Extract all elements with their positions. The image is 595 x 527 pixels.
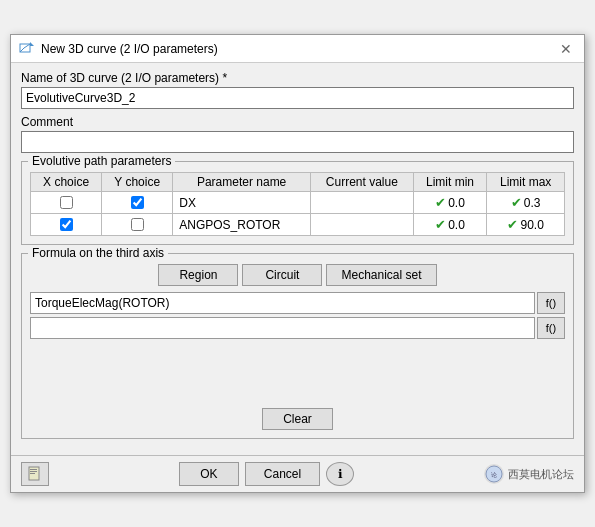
formula-empty-area: [30, 342, 565, 402]
col-header-currentval: Current value: [311, 173, 414, 192]
params-table: X choice Y choice Parameter name Current…: [30, 172, 565, 236]
comment-label: Comment: [21, 115, 574, 129]
titlebar-left: New 3D curve (2 I/O parameters): [19, 41, 218, 57]
cancel-button[interactable]: Cancel: [245, 462, 320, 486]
formula-group: Formula on the third axis Region Circuit…: [21, 253, 574, 439]
table-row: DX ✔0.0 ✔0.3: [31, 192, 565, 214]
comment-input[interactable]: [21, 131, 574, 153]
formula2-function-button[interactable]: f(): [537, 317, 565, 339]
brand-logo: 论: [484, 464, 504, 484]
titlebar: New 3D curve (2 I/O parameters) ✕: [11, 35, 584, 63]
row1-xchoice-checkbox[interactable]: [60, 196, 73, 209]
ok-button[interactable]: OK: [179, 462, 239, 486]
dialog-body: Name of 3D curve (2 I/O parameters) * Co…: [11, 63, 584, 455]
formula1-input[interactable]: [30, 292, 535, 314]
footer-right: 论 西莫电机论坛: [484, 464, 574, 484]
formula2-input[interactable]: [30, 317, 535, 339]
col-header-paramname: Parameter name: [173, 173, 311, 192]
col-header-ychoice: Y choice: [102, 173, 173, 192]
dialog-window: New 3D curve (2 I/O parameters) ✕ Name o…: [10, 34, 585, 493]
clear-button-row: Clear: [30, 408, 565, 430]
svg-marker-3: [30, 42, 34, 46]
row1-current-value: [311, 192, 414, 214]
circuit-button[interactable]: Circuit: [242, 264, 322, 286]
formula-group-title: Formula on the third axis: [28, 246, 168, 260]
info-button[interactable]: ℹ: [326, 462, 354, 486]
col-header-xchoice: X choice: [31, 173, 102, 192]
svg-rect-6: [30, 471, 37, 472]
formula-group-inner: Region Circuit Mechanical set f() f(): [30, 264, 565, 430]
evolutive-group: Evolutive path parameters X choice Y cho…: [21, 161, 574, 245]
name-label: Name of 3D curve (2 I/O parameters) *: [21, 71, 574, 85]
svg-line-2: [24, 44, 30, 48]
row1-limit-min: ✔0.0: [413, 192, 487, 214]
mechanical-set-button[interactable]: Mechanical set: [326, 264, 436, 286]
dialog-title: New 3D curve (2 I/O parameters): [41, 42, 218, 56]
region-button[interactable]: Region: [158, 264, 238, 286]
col-header-limitmin: Limit min: [413, 173, 487, 192]
row2-current-value: [311, 214, 414, 236]
svg-text:论: 论: [491, 472, 497, 478]
svg-rect-5: [30, 469, 37, 470]
row1-ychoice-checkbox[interactable]: [131, 196, 144, 209]
footer-left: [21, 462, 49, 486]
brand-icon: 论: [485, 465, 503, 483]
svg-line-1: [20, 48, 24, 52]
row2-xchoice-checkbox[interactable]: [60, 218, 73, 231]
row1-param-name: DX: [173, 192, 311, 214]
brand-text: 西莫电机论坛: [508, 467, 574, 482]
book-icon: [27, 466, 43, 482]
row2-limit-max: ✔90.0: [487, 214, 565, 236]
clear-button[interactable]: Clear: [262, 408, 333, 430]
evolutive-group-inner: X choice Y choice Parameter name Current…: [30, 172, 565, 236]
col-header-limitmax: Limit max: [487, 173, 565, 192]
table-row: ANGPOS_ROTOR ✔0.0 ✔90.0: [31, 214, 565, 236]
formula-row-2: f(): [30, 317, 565, 339]
help-icon-button[interactable]: [21, 462, 49, 486]
formula-row-1: f(): [30, 292, 565, 314]
dialog-icon: [19, 41, 35, 57]
row2-limit-min: ✔0.0: [413, 214, 487, 236]
formula1-function-button[interactable]: f(): [537, 292, 565, 314]
close-button[interactable]: ✕: [556, 42, 576, 56]
footer-center: OK Cancel ℹ: [179, 462, 354, 486]
svg-rect-7: [30, 473, 35, 474]
row1-limit-max: ✔0.3: [487, 192, 565, 214]
dialog-footer: OK Cancel ℹ 论 西莫电机论坛: [11, 455, 584, 492]
name-input[interactable]: [21, 87, 574, 109]
row2-ychoice-checkbox[interactable]: [131, 218, 144, 231]
evolutive-group-title: Evolutive path parameters: [28, 154, 175, 168]
formula-buttons-row: Region Circuit Mechanical set: [30, 264, 565, 286]
row2-param-name: ANGPOS_ROTOR: [173, 214, 311, 236]
